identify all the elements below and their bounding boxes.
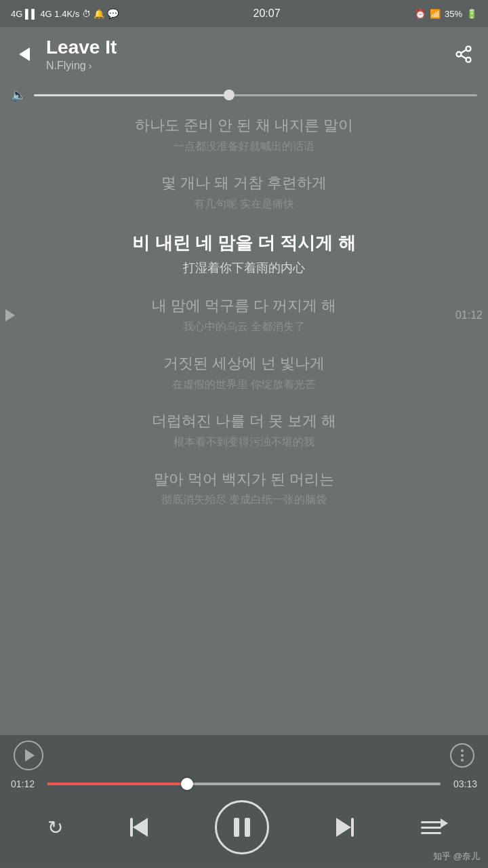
list-line: [421, 821, 441, 823]
playlist-icon: [421, 821, 441, 834]
lyric-korean: 거짓된 세상에 넌 빛나게: [34, 353, 454, 374]
lyric-chinese: 彻底消失殆尽 变成白纸一张的脑袋: [34, 492, 454, 507]
pause-bar-right: [245, 818, 250, 837]
next-icon: [336, 818, 354, 837]
status-time: 20:07: [253, 7, 281, 20]
battery-icon: 🔋: [466, 9, 477, 19]
volume-thumb[interactable]: [224, 90, 235, 100]
lyric-block[interactable]: 몇 개나 돼 거참 후련하게有几句呢 实在是痛快: [0, 173, 488, 212]
lyric-korean: 비 내린 네 맘을 더 적시게 해: [34, 231, 454, 255]
next-button[interactable]: [336, 818, 354, 837]
lyric-korean: 내 맘에 먹구름 다 꺼지게 해: [34, 296, 454, 317]
list-line: [421, 827, 441, 829]
lyric-chinese: 打湿着你下着雨的内心: [34, 260, 454, 277]
volume-fill: [34, 94, 229, 96]
current-time-label: 01:12: [11, 778, 39, 789]
volume-icon: 🔈: [11, 87, 26, 102]
back-button[interactable]: [11, 41, 38, 68]
repeat-button[interactable]: ↻: [47, 816, 63, 839]
lyrics-area: 하나도 준비 안 된 채 내지른 말이一点都没准备好就喊出的话语몇 개나 돼 거…: [0, 108, 488, 527]
lyric-chinese: 一点都没准备好就喊出的话语: [34, 139, 454, 154]
progress-track[interactable]: [47, 783, 441, 785]
total-time-label: 03:13: [449, 778, 477, 789]
lyric-korean: 몇 개나 돼 거참 후련하게: [34, 173, 454, 194]
lyric-chinese: 根本看不到变得污浊不堪的我: [34, 435, 454, 450]
back-arrow-icon: [19, 47, 30, 61]
header: Leave It N.Flying ›: [0, 27, 488, 81]
status-right: ⏰ 📶 35% 🔋: [415, 9, 477, 19]
previous-button[interactable]: [130, 818, 148, 837]
repeat-icon: ↻: [47, 816, 63, 839]
mini-controls: [0, 735, 488, 776]
next-bar: [351, 818, 354, 837]
progress-fill: [47, 783, 187, 785]
lyric-korean: 하나도 준비 안 된 채 내지른 말이: [34, 115, 454, 136]
pause-button[interactable]: [215, 800, 269, 854]
lyric-chinese: 有几句呢 实在是痛快: [34, 197, 454, 212]
bell-icon: 🔔: [94, 9, 104, 19]
next-triangle: [336, 818, 351, 837]
watermark: 知乎 @奈儿: [433, 850, 480, 863]
dot-icon: [461, 754, 464, 757]
progress-thumb[interactable]: [181, 778, 193, 790]
volume-row: 🔈: [0, 81, 488, 108]
more-options-button[interactable]: [450, 743, 474, 768]
signal-icon: 4G ▌▌: [11, 9, 37, 19]
lyric-block[interactable]: 하나도 준비 안 된 채 내지른 말이一点都没准备好就喊出的话语: [0, 115, 488, 154]
artist-row[interactable]: N.Flying ›: [46, 60, 450, 72]
song-title: Leave It: [46, 37, 450, 58]
lyric-block[interactable]: 내 맘에 먹구름 다 꺼지게 해我心中的乌云 全都消失了01:12: [0, 296, 488, 334]
volume-track[interactable]: [34, 94, 477, 96]
status-left: 4G ▌▌ 4G 1.4K/s ⏱ 🔔 💬: [11, 8, 119, 19]
main-controls: ↻: [0, 792, 488, 868]
title-block: Leave It N.Flying ›: [46, 37, 450, 72]
lyric-block[interactable]: 더럽혀진 나를 더 못 보게 해根本看不到变得污浊不堪的我: [0, 411, 488, 450]
lyric-block[interactable]: 말아 먹어 백지가 된 머리는彻底消失殆尽 变成白纸一张的脑袋: [0, 469, 488, 508]
share-button[interactable]: [450, 41, 477, 68]
pause-bar-left: [234, 818, 239, 837]
prev-triangle: [133, 818, 148, 837]
speed-label: 4G 1.4K/s: [40, 9, 79, 19]
dot-icon: [461, 749, 464, 752]
mini-play-icon: [25, 749, 35, 762]
battery-label: 35%: [445, 9, 462, 19]
lyric-korean: 말아 먹어 백지가 된 머리는: [34, 469, 454, 490]
mini-play-button[interactable]: [14, 741, 43, 770]
dot-icon: [461, 759, 464, 762]
svg-line-4: [461, 50, 466, 54]
lyric-chinese: 在虚假的世界里 你绽放着光芒: [34, 377, 454, 392]
share-icon: [454, 45, 473, 64]
status-bar: 4G ▌▌ 4G 1.4K/s ⏱ 🔔 💬 20:07 ⏰ 📶 35% 🔋: [0, 0, 488, 27]
timer-icon: ⏱: [82, 9, 91, 19]
artist-name: N.Flying: [46, 60, 86, 72]
wechat-icon: 💬: [107, 8, 119, 19]
progress-row: 01:12 03:13: [0, 776, 488, 792]
bottom-section: 01:12 03:13 ↻: [0, 735, 488, 868]
wifi-icon: 📶: [430, 9, 441, 19]
previous-icon: [130, 818, 148, 837]
lyric-play-icon: [5, 309, 15, 321]
lyric-korean: 더럽혀진 나를 더 못 보게 해: [34, 411, 454, 432]
lyric-chinese: 我心中的乌云 全都消失了: [34, 319, 454, 334]
lyric-block[interactable]: 비 내린 네 맘을 더 적시게 해打湿着你下着雨的内心: [0, 231, 488, 277]
playlist-button[interactable]: [421, 821, 441, 834]
lyric-timestamp: 01:12: [455, 309, 483, 321]
list-line: [421, 832, 441, 834]
svg-line-3: [461, 56, 466, 59]
alarm-icon: ⏰: [415, 9, 426, 19]
lyric-block[interactable]: 거짓된 세상에 넌 빛나게在虚假的世界里 你绽放着光芒: [0, 353, 488, 392]
chevron-right-icon: ›: [89, 60, 92, 71]
list-play-triangle: [441, 818, 448, 828]
